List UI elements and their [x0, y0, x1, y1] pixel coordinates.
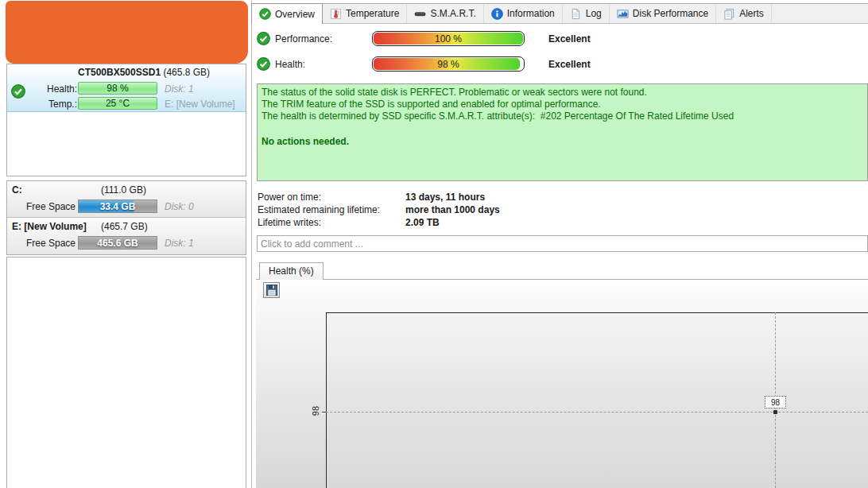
check-circle-icon	[259, 8, 271, 20]
stat-value: more than 1000 days	[405, 204, 500, 215]
floppy-save-icon	[266, 285, 277, 296]
thermometer-icon	[330, 8, 342, 20]
free-space-label: Free Space	[26, 238, 76, 249]
performance-row: Performance: 100 % Excellent	[256, 31, 868, 47]
detail-pane: Overview Temperature S.M.A.R.T.	[256, 0, 868, 488]
disk-number-note: Disk: 1	[165, 83, 194, 95]
performance-rating: Excellent	[548, 33, 591, 45]
chart-icon	[617, 8, 629, 20]
empty-list-box	[6, 257, 246, 488]
hard-disk-sentinel-window: CT500BX500SSD1 (465.8 GB) Health: 98 % D…	[0, 0, 868, 488]
disk-title: CT500BX500SSD1 (465.8 GB)	[78, 67, 210, 78]
y-axis-tick-label: 98	[311, 401, 320, 420]
status-action: No actions needed.	[262, 136, 863, 148]
save-chart-button[interactable]	[263, 282, 280, 298]
info-icon	[491, 8, 503, 20]
check-circle-icon	[257, 57, 270, 71]
disk-list-box: CT500BX500SSD1 (465.8 GB) Health: 98 % D…	[6, 64, 246, 176]
tab-label: Temperature	[346, 8, 399, 19]
check-circle-icon	[257, 32, 270, 45]
disk-name: CT500BX500SSD1	[78, 67, 161, 78]
status-message-box: The status of the solid state disk is PE…	[257, 83, 868, 181]
stat-remaining-lifetime: Estimated remaining lifetime: more than …	[258, 204, 734, 217]
temp-label: Temp.:	[39, 99, 77, 110]
disk-number-note: Disk: 0	[165, 201, 194, 212]
partition-item-e[interactable]: E: [New Volume] (465.7 GB) Free Space 46…	[7, 218, 246, 254]
health-chart-plot-area	[326, 312, 868, 488]
redaction-overlay	[6, 1, 248, 64]
stat-lifetime-writes: Lifetime writes: 2.09 TB	[258, 217, 734, 230]
status-line: The TRIM feature of the SSD is supported…	[262, 99, 863, 110]
chart-data-point	[773, 410, 777, 414]
tab-label: Information	[507, 8, 555, 19]
health-bar: 98 %	[78, 82, 157, 95]
health-label: Health:	[275, 59, 305, 70]
health-meter-value: 98 %	[373, 57, 524, 72]
pages-icon	[723, 8, 735, 20]
health-row: Health: 98 % Excellent	[256, 56, 868, 72]
partition-size: (111.0 GB)	[101, 184, 146, 196]
stat-label: Power on time:	[258, 192, 321, 203]
tab-label: Overview	[275, 9, 315, 20]
health-meter: 98 %	[372, 56, 525, 72]
stat-value: 2.09 TB	[405, 217, 440, 228]
status-line: The status of the solid state disk is PE…	[262, 87, 863, 99]
y-axis-tick	[322, 412, 326, 412]
tab-information[interactable]: Information	[484, 4, 563, 23]
free-space-bar: 33.4 GB	[78, 199, 157, 213]
stat-label: Estimated remaining lifetime:	[258, 204, 380, 215]
health-chart-page: 98 98	[256, 280, 868, 488]
chart-horizontal-gridline	[326, 412, 868, 412]
volume-note: E: [New Volume]	[165, 99, 235, 110]
free-space-value: 33.4 GB	[79, 200, 157, 212]
health-rating: Excellent	[548, 59, 591, 70]
drive-icon	[414, 8, 426, 20]
tab-label: Alerts	[739, 8, 764, 19]
tab-label: Log	[586, 8, 602, 19]
status-line: The health is determined by SSD specific…	[262, 110, 863, 122]
partition-list-box: C: (111.0 GB) Free Space 33.4 GB Disk: 0…	[6, 180, 246, 255]
stat-power-on-time: Power on time: 13 days, 11 hours	[258, 192, 734, 204]
stat-value: 13 days, 11 hours	[405, 192, 485, 203]
performance-meter-value: 100 %	[373, 32, 524, 46]
disk-list-item-selected[interactable]: CT500BX500SSD1 (465.8 GB) Health: 98 % D…	[7, 64, 246, 112]
disk-size: (465.8 GB)	[163, 67, 210, 78]
document-icon	[570, 8, 582, 20]
disk-list-sidebar: CT500BX500SSD1 (465.8 GB) Health: 98 % D…	[0, 0, 252, 488]
tab-log[interactable]: Log	[563, 4, 610, 23]
free-space-label: Free Space	[26, 201, 76, 212]
chart-point-label[interactable]: 98	[765, 396, 786, 409]
tab-health-chart[interactable]: Health (%)	[259, 262, 324, 280]
tab-smart[interactable]: S.M.A.R.T.	[407, 4, 483, 23]
free-space-value: 465.6 GB	[79, 237, 157, 249]
tab-label: S.M.A.R.T.	[430, 8, 475, 19]
tab-temperature[interactable]: Temperature	[323, 4, 407, 23]
comment-input[interactable]	[257, 235, 868, 252]
disk-number-note: Disk: 1	[165, 238, 194, 249]
temp-bar: 25 °C	[78, 97, 157, 110]
partition-size: (465.7 GB)	[101, 221, 148, 232]
tab-alerts[interactable]: Alerts	[716, 4, 772, 23]
performance-meter: 100 %	[372, 31, 525, 46]
partition-name: E: [New Volume]	[12, 221, 87, 232]
tab-label: Disk Performance	[633, 8, 708, 19]
health-label: Health:	[39, 83, 77, 95]
partition-item-c[interactable]: C: (111.0 GB) Free Space 33.4 GB Disk: 0	[7, 181, 246, 218]
free-space-bar: 465.6 GB	[78, 236, 157, 250]
detail-tabbar: Overview Temperature S.M.A.R.T.	[251, 3, 868, 24]
partition-name: C:	[12, 184, 22, 196]
health-ok-icon	[11, 84, 25, 99]
stat-label: Lifetime writes:	[258, 217, 321, 228]
tab-disk-performance[interactable]: Disk Performance	[610, 4, 716, 23]
tab-overview[interactable]: Overview	[251, 3, 323, 24]
performance-label: Performance:	[275, 33, 332, 45]
